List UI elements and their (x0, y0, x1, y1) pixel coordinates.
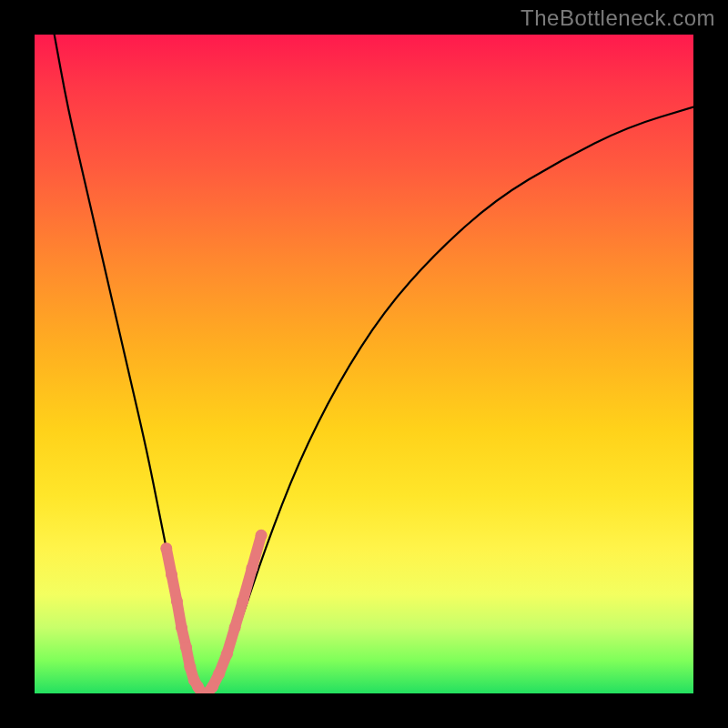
bottleneck-curve (55, 35, 693, 690)
marker-dot (246, 562, 258, 574)
marker-dot (171, 595, 183, 607)
marker-dot (166, 569, 177, 581)
marker-dot (213, 668, 225, 680)
marker-dot (160, 542, 172, 554)
marker-dot (237, 595, 248, 607)
marker-group (160, 530, 267, 693)
marker-dot (221, 648, 233, 660)
marker-dot (229, 622, 241, 633)
marker-dot (207, 681, 218, 693)
plot-area (35, 35, 693, 693)
marker-dot (256, 530, 268, 541)
marker-dot (184, 662, 196, 673)
outer-frame: TheBottleneck.com (0, 0, 728, 728)
chart-svg (35, 35, 693, 693)
marker-dot (176, 622, 187, 633)
watermark-text: TheBottleneck.com (521, 5, 715, 31)
marker-dot (180, 642, 192, 653)
